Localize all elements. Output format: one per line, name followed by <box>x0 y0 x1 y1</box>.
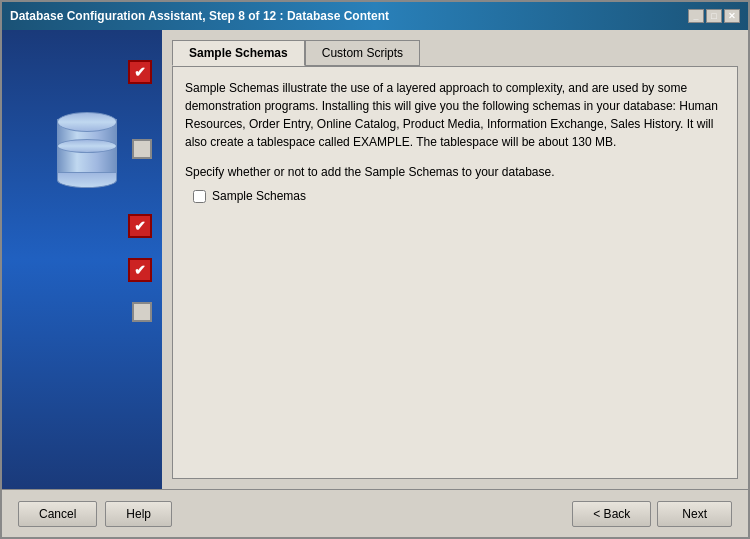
sidebar-icon-5 <box>132 302 152 322</box>
minimize-button[interactable]: _ <box>688 9 704 23</box>
tab-bar: Sample Schemas Custom Scripts <box>172 40 738 66</box>
sidebar-icon-1: ✔ <box>128 60 152 84</box>
sample-schemas-checkbox-row: Sample Schemas <box>193 189 725 203</box>
description-text: Sample Schemas illustrate the use of a l… <box>185 79 725 151</box>
sample-schemas-label: Sample Schemas <box>212 189 306 203</box>
db-mid <box>57 139 117 153</box>
main-panel: Sample Schemas Custom Scripts Sample Sch… <box>162 30 748 489</box>
cancel-button[interactable]: Cancel <box>18 501 97 527</box>
tab-custom-scripts[interactable]: Custom Scripts <box>305 40 420 66</box>
sidebar-items: ✔ ✔ ✔ <box>2 60 162 322</box>
maximize-button[interactable]: □ <box>706 9 722 23</box>
sidebar: ✔ ✔ ✔ <box>2 30 162 489</box>
footer-right: < Back Next <box>572 501 732 527</box>
tab-panel-sample-schemas: Sample Schemas illustrate the use of a l… <box>172 66 738 479</box>
footer-left: Cancel Help <box>18 501 172 527</box>
main-window: Database Configuration Assistant, Step 8… <box>0 0 750 539</box>
footer: Cancel Help < Back Next <box>2 489 748 537</box>
title-bar: Database Configuration Assistant, Step 8… <box>2 2 748 30</box>
close-button[interactable]: ✕ <box>724 9 740 23</box>
title-bar-buttons: _ □ ✕ <box>688 9 740 23</box>
next-button[interactable]: Next <box>657 501 732 527</box>
db-bottom <box>57 172 117 188</box>
db-top <box>57 112 117 132</box>
database-image <box>52 104 122 194</box>
specify-text: Specify whether or not to add the Sample… <box>185 165 725 179</box>
window-title: Database Configuration Assistant, Step 8… <box>10 9 389 23</box>
back-button[interactable]: < Back <box>572 501 651 527</box>
sidebar-icon-2 <box>132 139 152 159</box>
sample-schemas-checkbox[interactable] <box>193 190 206 203</box>
sidebar-icon-4: ✔ <box>128 258 152 282</box>
help-button[interactable]: Help <box>105 501 172 527</box>
sidebar-icon-3: ✔ <box>128 214 152 238</box>
tab-sample-schemas[interactable]: Sample Schemas <box>172 40 305 66</box>
content-area: ✔ ✔ ✔ <box>2 30 748 489</box>
